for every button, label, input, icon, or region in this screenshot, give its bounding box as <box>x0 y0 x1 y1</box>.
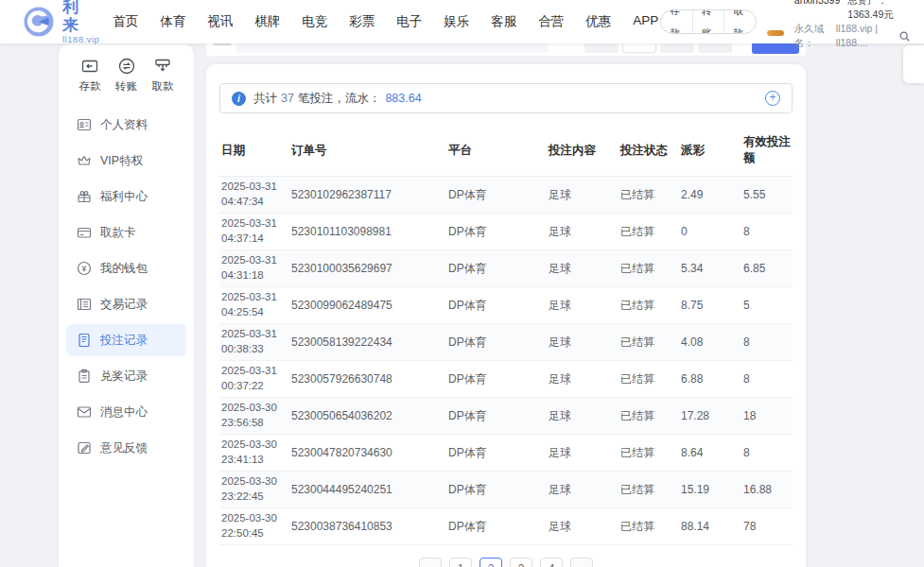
wallet-action-button[interactable]: 转账 <box>692 9 724 34</box>
summary-bar: i 共计 37 笔投注，流水： 883.64 + <box>219 83 793 113</box>
cell-order: 5230099062489475 <box>289 287 446 324</box>
sidebar-item-prize-records[interactable]: 兑奖记录 <box>66 360 186 392</box>
cell-valid: 8 <box>741 214 793 250</box>
quick-action-deposit[interactable]: 存款 <box>74 57 106 94</box>
cell-platform: DP体育 <box>446 472 547 508</box>
cell-order: 5230102962387117 <box>289 177 446 214</box>
top-navbar: 利 来 ll188.vip 首页体育视讯棋牌电竞彩票电子娱乐客服合营优惠APP … <box>0 0 924 43</box>
profile-icon <box>77 117 92 132</box>
cell-valid: 8 <box>741 435 793 472</box>
nav-item[interactable]: 视讯 <box>205 9 235 34</box>
nav-item[interactable]: 娱乐 <box>442 9 471 34</box>
table-row: 2025-03-31 04:47:34 5230102962387117 DP体… <box>219 177 793 214</box>
sidebar-item-bank-card[interactable]: 取款卡 <box>66 216 186 249</box>
cell-payout: 6.88 <box>679 361 741 398</box>
table-row: 2025-03-30 23:56:58 5230050654036202 DP体… <box>219 398 793 435</box>
quick-action-withdraw[interactable]: 取款 <box>147 57 179 94</box>
prev-page-button[interactable]: ‹ <box>419 558 442 567</box>
quick-action-label: 存款 <box>74 79 106 94</box>
cell-status: 已结算 <box>619 214 679 250</box>
sidebar-item-transactions[interactable]: 交易记录 <box>66 288 186 320</box>
nav-item[interactable]: APP <box>631 9 660 34</box>
pagination: ‹ 1 2 3 4 › <box>219 558 793 567</box>
sidebar-item-welfare[interactable]: 福利中心 <box>66 180 186 213</box>
withdraw-icon <box>147 57 179 76</box>
sidebar-item-label: 交易记录 <box>100 297 148 313</box>
cell-platform: DP体育 <box>446 508 547 545</box>
cell-date: 2025-03-31 04:47:34 <box>221 180 288 209</box>
floating-widget[interactable] <box>903 45 924 83</box>
table-row: 2025-03-31 00:38:33 5230058139222434 DP体… <box>219 324 793 361</box>
user-block[interactable]: anxin3399 总资产：1363.49元 永久域名： ll188.vip |… <box>768 0 911 50</box>
cell-order: 5230057926630748 <box>289 361 446 398</box>
deposit-icon <box>74 57 106 76</box>
cell-platform: DP体育 <box>446 398 547 435</box>
logo-swirl-icon <box>23 6 55 38</box>
sidebar-item-messages[interactable]: 消息中心 <box>66 396 186 428</box>
next-page-button[interactable]: › <box>570 558 593 567</box>
page-button-1[interactable]: 1 <box>449 558 472 567</box>
wallet-action-button[interactable]: 取款 <box>724 9 755 34</box>
cell-date: 2025-03-31 04:31:18 <box>221 253 288 283</box>
brand-domain: ll188.vip <box>62 34 99 44</box>
avatar[interactable] <box>768 9 788 34</box>
nav-item[interactable]: 棋牌 <box>253 9 282 34</box>
plus-circle-icon[interactable]: + <box>765 91 780 106</box>
username: anxin3399 <box>794 0 840 22</box>
cell-status: 已结算 <box>619 324 679 361</box>
table-row: 2025-03-31 04:37:14 5230101103098981 DP体… <box>219 214 793 250</box>
assets-value: 1363.49元 <box>847 9 893 20</box>
cell-status: 已结算 <box>619 287 679 324</box>
cell-payout: 0 <box>679 214 741 250</box>
nav-item[interactable]: 电竞 <box>300 9 329 34</box>
table-row: 2025-03-31 04:31:18 5230100035629697 DP体… <box>219 250 793 287</box>
quick-action-transfer[interactable]: 转账 <box>111 57 143 94</box>
page-button-4[interactable]: 4 <box>540 558 563 567</box>
bet-records-table: 日期 订单号 平台 投注内容 投注状态 派彩 有效投注额 2025-03-31 … <box>219 127 793 545</box>
cell-payout: 17.28 <box>679 398 741 435</box>
sidebar-item-vip[interactable]: VIP特权 <box>66 145 186 177</box>
nav-item[interactable]: 彩票 <box>347 9 376 34</box>
cell-content: 足球 <box>547 250 619 287</box>
nav-item[interactable]: 体育 <box>158 9 187 34</box>
page-button-3[interactable]: 3 <box>510 558 532 567</box>
page-button-2[interactable]: 2 <box>479 558 502 567</box>
nav-item[interactable]: 电子 <box>394 9 424 34</box>
cell-status: 已结算 <box>619 398 679 435</box>
sidebar-item-wallet[interactable]: 我的钱包 <box>66 252 186 284</box>
search-icon[interactable] <box>898 30 911 43</box>
table-row: 2025-03-31 00:37:22 5230057926630748 DP体… <box>219 361 793 398</box>
cell-order: 5230047820734630 <box>289 435 446 472</box>
sidebar-item-feedback[interactable]: 意见反馈 <box>66 432 186 464</box>
nav-item[interactable]: 合营 <box>536 9 566 34</box>
cell-content: 足球 <box>547 287 619 324</box>
cell-payout: 2.49 <box>679 177 741 214</box>
cell-order: 5230100035629697 <box>289 250 446 287</box>
col-platform: 平台 <box>446 127 547 177</box>
cell-content: 足球 <box>547 398 619 435</box>
sidebar-item-label: 福利中心 <box>100 189 148 205</box>
bank-card-icon <box>77 225 92 240</box>
sidebar-item-profile[interactable]: 个人资料 <box>66 109 186 141</box>
cell-date: 2025-03-31 04:37:14 <box>221 216 288 246</box>
quick-action-label: 转账 <box>111 79 143 94</box>
cell-payout: 4.08 <box>679 324 741 361</box>
wallet-action-button[interactable]: 存款 <box>661 9 691 34</box>
sidebar-item-label: 个人资料 <box>100 117 148 133</box>
cell-valid: 6.85 <box>741 250 793 287</box>
cell-date: 2025-03-31 00:37:22 <box>221 364 288 393</box>
cell-content: 足球 <box>547 472 619 508</box>
table-row: 2025-03-30 22:50:45 5230038736410853 DP体… <box>219 508 793 545</box>
nav-item[interactable]: 客服 <box>489 9 518 34</box>
brand-logo[interactable]: 利 来 ll188.vip <box>23 0 99 44</box>
cell-platform: DP体育 <box>446 435 547 472</box>
nav-item[interactable]: 首页 <box>111 9 140 34</box>
sidebar-item-bet-records[interactable]: 投注记录 <box>66 324 186 356</box>
message-icon <box>77 404 92 420</box>
cell-date: 2025-03-30 23:56:58 <box>221 401 288 430</box>
vip-badge <box>766 29 785 37</box>
assets-label: 总资产： <box>847 0 887 6</box>
nav-item[interactable]: 优惠 <box>584 9 613 34</box>
table-row: 2025-03-31 04:25:54 5230099062489475 DP体… <box>219 287 793 324</box>
domain-value: ll188.vip | ll188.... <box>836 22 896 50</box>
